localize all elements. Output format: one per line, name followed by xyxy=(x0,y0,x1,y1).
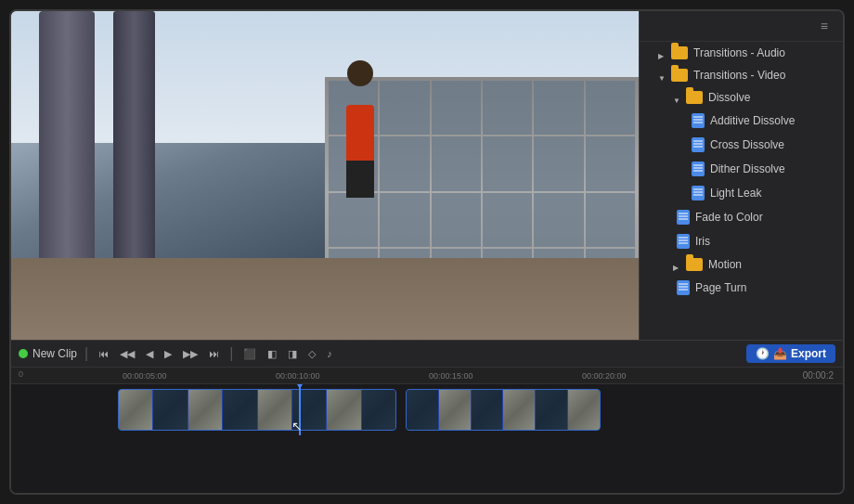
ground xyxy=(11,258,639,341)
filmstrip-right xyxy=(407,390,600,430)
app-container: ≡ Transitions - Audio Transitions - Vide… xyxy=(9,9,845,495)
doc-icon xyxy=(692,113,705,128)
sidebar-item-additive-dissolve[interactable]: Additive Dissolve xyxy=(640,109,843,133)
clip-indicator: New Clip xyxy=(19,347,77,360)
sidebar-item-dither-dissolve[interactable]: Dither Dissolve xyxy=(640,157,843,181)
sidebar-item-light-leak[interactable]: Light Leak xyxy=(640,181,843,205)
dither-dissolve-label: Dither Dissolve xyxy=(710,162,785,175)
timeline-section: New Clip | ⏮ ◀◀ ◀ ▶ ▶▶ ⏭ | ⬛ ◧ ◨ ◇ ♪ 🕐 📤… xyxy=(11,340,843,493)
additive-dissolve-label: Additive Dissolve xyxy=(710,114,795,127)
folder-icon xyxy=(671,69,688,82)
main-area: ≡ Transitions - Audio Transitions - Vide… xyxy=(11,11,843,340)
filmstrip-left xyxy=(119,390,395,430)
ruler-mark-20s: 00:00:20:00 xyxy=(582,371,627,381)
clock-icon: 🕐 xyxy=(756,347,770,360)
sidebar-item-transitions-audio[interactable]: Transitions - Audio xyxy=(640,42,843,64)
clip-name-label: New Clip xyxy=(32,347,77,360)
doc-icon xyxy=(692,186,705,200)
ruler-mark-5s: 00:00:05:00 xyxy=(123,371,167,381)
transitions-panel: ≡ Transitions - Audio Transitions - Vide… xyxy=(639,11,843,340)
folder-icon xyxy=(686,91,703,104)
video-track: ↖ xyxy=(11,384,843,435)
ruler-mark-15s: 00:00:15:00 xyxy=(429,371,473,381)
rewind-button[interactable]: ⏮ xyxy=(96,346,111,361)
page-turn-label: Page Turn xyxy=(695,281,746,294)
sidebar-item-transitions-video[interactable]: Transitions - Video xyxy=(640,64,843,86)
play-button[interactable]: ▶ xyxy=(162,346,175,362)
out-point-button[interactable]: ◨ xyxy=(285,346,300,362)
iris-label: Iris xyxy=(695,235,710,248)
timeline-ruler: 0 00:00:05:00 00:00:10:00 00:00:15:00 00… xyxy=(11,368,843,384)
ruler-mark-10s: 00:00:10:00 xyxy=(276,371,320,381)
audio-button[interactable]: ♪ xyxy=(324,346,335,361)
chevron-right-icon xyxy=(673,260,682,269)
forward-frame-button[interactable]: ▶▶ xyxy=(180,346,201,362)
doc-icon xyxy=(677,280,690,295)
sidebar-item-motion[interactable]: Motion xyxy=(640,253,843,276)
motion-label: Motion xyxy=(708,258,742,271)
cross-dissolve-label: Cross Dissolve xyxy=(710,138,784,151)
timeline-tracks[interactable]: ↖ xyxy=(11,384,843,493)
sidebar-item-fade-to-color[interactable]: Fade to Color xyxy=(640,205,843,229)
share-icon: 📤 xyxy=(773,347,787,360)
doc-icon xyxy=(677,210,690,225)
chevron-down-icon xyxy=(673,93,682,102)
figure xyxy=(332,60,388,172)
active-indicator xyxy=(19,349,28,358)
transitions-video-label: Transitions - Video xyxy=(693,69,785,82)
video-preview xyxy=(11,11,639,340)
fade-to-color-label: Fade to Color xyxy=(695,211,763,224)
doc-icon xyxy=(692,137,705,152)
in-point-button[interactable]: ◧ xyxy=(265,346,279,362)
chevron-down-icon xyxy=(658,71,667,80)
transitions-audio-label: Transitions - Audio xyxy=(693,46,785,59)
doc-icon xyxy=(692,162,705,176)
end-time-label: 00:00:2 xyxy=(803,370,834,381)
fast-forward-button[interactable]: ⏭ xyxy=(206,346,222,361)
video-content xyxy=(11,11,639,340)
clip-start-button[interactable]: ⬛ xyxy=(240,346,259,362)
back-frame-button[interactable]: ◀◀ xyxy=(117,346,137,362)
sidebar-item-page-turn[interactable]: Page Turn xyxy=(640,276,843,300)
sidebar-item-cross-dissolve[interactable]: Cross Dissolve xyxy=(640,133,843,157)
doc-icon xyxy=(677,234,690,249)
panel-menu-button[interactable]: ≡ xyxy=(813,15,835,37)
sidebar-item-dissolve[interactable]: Dissolve xyxy=(640,86,843,109)
folder-icon xyxy=(686,258,703,271)
chevron-right-icon xyxy=(658,48,667,58)
sidebar-item-iris[interactable]: Iris xyxy=(640,229,843,253)
export-label: Export xyxy=(791,347,826,360)
clip-block-right[interactable] xyxy=(406,389,601,431)
folder-icon xyxy=(671,46,688,59)
export-button[interactable]: 🕐 📤 Export xyxy=(746,344,835,363)
dissolve-label: Dissolve xyxy=(708,91,750,104)
mark-button[interactable]: ◇ xyxy=(305,346,318,362)
timeline-toolbar: New Clip | ⏮ ◀◀ ◀ ▶ ▶▶ ⏭ | ⬛ ◧ ◨ ◇ ♪ 🕐 📤… xyxy=(11,341,843,368)
light-leak-label: Light Leak xyxy=(710,187,761,200)
clip-block-left[interactable] xyxy=(118,389,396,431)
play-back-button[interactable]: ◀ xyxy=(143,346,156,362)
time-zero-label: 0 xyxy=(19,369,23,379)
panel-header: ≡ xyxy=(640,11,843,42)
cursor-icon: ↖ xyxy=(291,419,303,433)
